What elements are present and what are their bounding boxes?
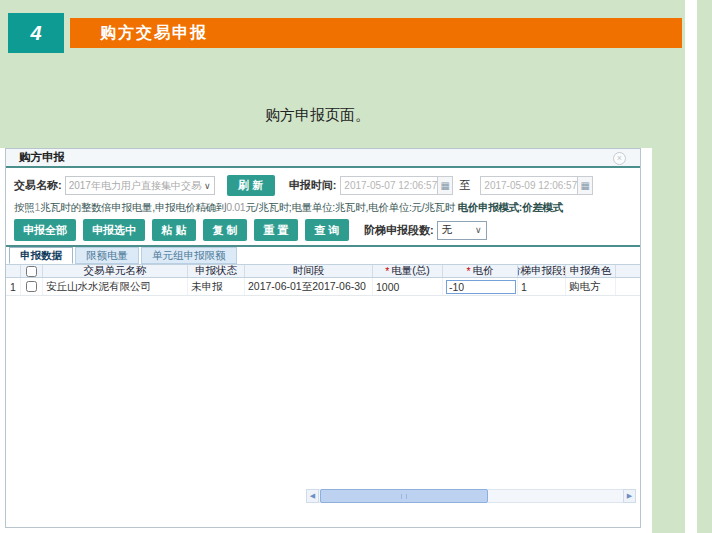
header-label: 申报角色 xyxy=(570,265,612,277)
section-number-badge: 4 xyxy=(8,13,64,53)
table-row: 1 安丘山水水泥有限公司 未申报 2017-06-01至2017-06-30 1… xyxy=(6,278,640,296)
trade-name-select[interactable]: 2017年电力用户直接集中交易模拟 ∨ xyxy=(65,176,215,195)
quantity-cell: 1000 xyxy=(373,278,443,295)
copy-button[interactable]: 复 制 xyxy=(203,219,247,241)
scroll-left-icon: ◀ xyxy=(310,492,315,500)
required-mark: * xyxy=(466,265,470,277)
header-role: 申报角色 xyxy=(566,265,616,277)
header-period: 时间段 xyxy=(245,265,373,277)
header-label: 交易单元名称 xyxy=(84,265,147,277)
section-banner: 购方交易申报 xyxy=(70,18,682,48)
select-all-checkbox[interactable] xyxy=(26,266,37,277)
window-title: 购方申报 xyxy=(19,150,65,165)
header-declarer: 申报人 xyxy=(616,265,640,277)
scroll-right-button[interactable]: ▶ xyxy=(623,489,636,503)
declare-time-label: 申报时间: xyxy=(289,178,337,193)
unit-name-cell: 安丘山水水泥有限公司 xyxy=(43,278,188,295)
calendar-icon[interactable]: ▦ xyxy=(437,177,452,194)
horizontal-scrollbar: ◀ ▶ xyxy=(306,489,636,503)
chevron-down-icon: ∨ xyxy=(475,225,482,235)
scrollbar-grip xyxy=(401,494,407,499)
date-from-value: 2017-05-07 12:06:57 xyxy=(341,180,437,191)
tab-quota-energy[interactable]: 限额电量 xyxy=(75,247,139,264)
close-icon: × xyxy=(617,153,622,163)
date-from-input[interactable]: 2017-05-07 12:06:57 ▦ xyxy=(340,176,453,195)
tab-unit-group-quota[interactable]: 单元组申报限额 xyxy=(141,247,237,264)
ladder-segments-value: 1 xyxy=(521,281,527,293)
reset-button[interactable]: 重 置 xyxy=(254,219,298,241)
status-value: 未申报 xyxy=(191,280,223,294)
section-title: 购方交易申报 xyxy=(100,23,208,44)
unit-name-value: 安丘山水水泥有限公司 xyxy=(46,280,151,294)
header-label: 电价 xyxy=(473,265,494,277)
declarer-cell xyxy=(616,278,640,295)
header-ladder-segments: 阶梯申报段数 xyxy=(518,265,566,277)
window-titlebar: 购方申报 xyxy=(6,149,640,168)
close-button[interactable]: × xyxy=(613,152,626,165)
price-input[interactable] xyxy=(446,280,516,294)
tab-strip: 申报数据 限额电量 单元组申报限额 xyxy=(9,247,239,264)
ladder-segments-select[interactable]: 无 ∨ xyxy=(437,221,487,240)
header-price: * 电价 xyxy=(443,265,518,277)
declare-all-button[interactable]: 申报全部 xyxy=(14,219,76,241)
buyer-declare-window: 购方申报 × 交易名称: 2017年电力用户直接集中交易模拟 ∨ 刷 新 申报时… xyxy=(5,148,641,528)
trade-name-value: 2017年电力用户直接集中交易模拟 xyxy=(69,179,202,193)
trade-name-label: 交易名称: xyxy=(14,178,62,193)
header-quantity: * 电量(总) xyxy=(373,265,443,277)
scroll-left-button[interactable]: ◀ xyxy=(306,489,319,503)
query-button[interactable]: 查 询 xyxy=(305,219,349,241)
grid-header-row: 交易单元名称 申报状态 时间段 * 电量(总) * 电价 阶梯申报段数 申报角色 xyxy=(6,264,640,278)
hint-seg: 按照 xyxy=(14,201,34,213)
caption-text: 购方申报页面。 xyxy=(265,106,370,125)
header-status: 申报状态 xyxy=(188,265,245,277)
period-cell: 2017-06-01至2017-06-30 xyxy=(245,278,373,295)
declare-grid: 交易单元名称 申报状态 时间段 * 电量(总) * 电价 阶梯申报段数 申报角色 xyxy=(6,264,640,527)
page-white-strip xyxy=(685,0,697,533)
hint-number: 0.01 xyxy=(226,201,245,213)
scrollbar-thumb[interactable] xyxy=(320,489,488,503)
chevron-down-icon: ∨ xyxy=(204,181,211,191)
hint-seg: 兆瓦时的整数倍申报电量,申报电价精确到 xyxy=(40,201,226,213)
header-label: 时间段 xyxy=(293,265,325,277)
row-checkbox[interactable] xyxy=(26,281,37,292)
calendar-icon[interactable]: ▦ xyxy=(577,177,592,194)
header-label: 电量(总) xyxy=(391,265,430,277)
header-label: 申报状态 xyxy=(195,265,237,277)
row-select-cell xyxy=(21,278,43,295)
header-label: 阶梯申报段数 xyxy=(518,265,566,277)
ladder-segments-label: 阶梯申报段数: xyxy=(364,223,434,238)
role-cell: 购电方 xyxy=(566,278,616,295)
tab-declare-data[interactable]: 申报数据 xyxy=(9,247,73,264)
price-mode-label: 电价申报模式:价差模式 xyxy=(458,201,563,213)
date-to-input[interactable]: 2017-05-09 12:06:57 ▦ xyxy=(480,176,593,195)
paste-button[interactable]: 粘 贴 xyxy=(152,219,196,241)
refresh-button[interactable]: 刷 新 xyxy=(227,175,275,196)
price-cell xyxy=(443,278,518,295)
declare-rules-hint: 按照1兆瓦时的整数倍申报电量,申报电价精确到0.01元/兆瓦时;电量单位:兆瓦时… xyxy=(14,201,638,215)
ladder-segments-cell: 1 xyxy=(518,278,566,295)
scroll-right-icon: ▶ xyxy=(627,492,632,500)
declare-selected-button[interactable]: 申报选中 xyxy=(83,219,145,241)
ladder-segments-value: 无 xyxy=(442,223,473,237)
action-toolbar: 申报全部 申报选中 粘 贴 复 制 重 置 查 询 阶梯申报段数: 无 ∨ xyxy=(14,219,487,241)
query-form-row: 交易名称: 2017年电力用户直接集中交易模拟 ∨ 刷 新 申报时间: 2017… xyxy=(14,175,636,196)
row-number-value: 1 xyxy=(10,281,16,293)
quantity-value: 1000 xyxy=(376,281,399,293)
role-value: 购电方 xyxy=(569,280,601,294)
required-mark: * xyxy=(385,265,389,277)
date-to-value: 2017-05-09 12:06:57 xyxy=(481,180,577,191)
header-select-all xyxy=(21,265,43,277)
period-value: 2017-06-01至2017-06-30 xyxy=(248,280,366,294)
hint-seg: 元/兆瓦时;电量单位:兆瓦时,电价单位:元/兆瓦时 xyxy=(245,201,457,213)
header-unit-name: 交易单元名称 xyxy=(43,265,188,277)
row-number: 1 xyxy=(6,278,21,295)
header-row-number xyxy=(6,265,21,277)
to-label: 至 xyxy=(459,178,470,193)
section-number: 4 xyxy=(30,22,41,45)
status-cell: 未申报 xyxy=(188,278,245,295)
